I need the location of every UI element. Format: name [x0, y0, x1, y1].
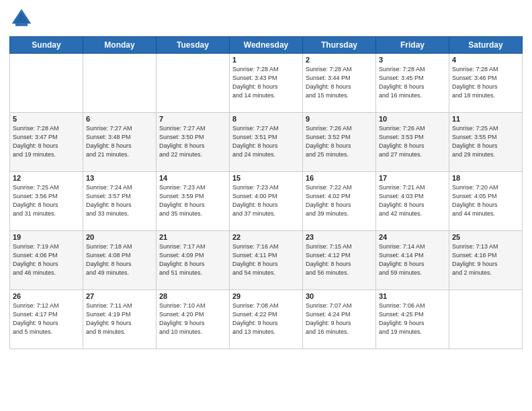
calendar-cell: 4Sunrise: 7:28 AM Sunset: 3:46 PM Daylig…: [449, 54, 523, 113]
calendar-header-friday: Friday: [376, 37, 449, 54]
day-info: Sunrise: 7:25 AM Sunset: 3:56 PM Dayligh…: [13, 183, 80, 218]
day-info: Sunrise: 7:26 AM Sunset: 3:53 PM Dayligh…: [379, 124, 446, 159]
calendar-cell: 1Sunrise: 7:28 AM Sunset: 3:43 PM Daylig…: [230, 54, 303, 113]
calendar-header-sunday: Sunday: [10, 37, 83, 54]
day-number: 7: [159, 115, 226, 123]
day-number: 23: [306, 233, 373, 241]
calendar-cell: 19Sunrise: 7:19 AM Sunset: 4:06 PM Dayli…: [10, 231, 83, 290]
day-number: 3: [379, 56, 446, 64]
day-number: 31: [379, 292, 446, 300]
page: SundayMondayTuesdayWednesdayThursdayFrid…: [0, 0, 532, 411]
day-info: Sunrise: 7:23 AM Sunset: 4:00 PM Dayligh…: [232, 183, 300, 218]
day-info: Sunrise: 7:26 AM Sunset: 3:52 PM Dayligh…: [306, 124, 373, 159]
day-info: Sunrise: 7:25 AM Sunset: 3:55 PM Dayligh…: [452, 124, 519, 159]
calendar-cell: 5Sunrise: 7:28 AM Sunset: 3:47 PM Daylig…: [10, 113, 83, 172]
calendar-week-4: 26Sunrise: 7:12 AM Sunset: 4:17 PM Dayli…: [10, 290, 523, 349]
day-info: Sunrise: 7:28 AM Sunset: 3:45 PM Dayligh…: [379, 65, 446, 100]
calendar-header-monday: Monday: [83, 37, 157, 54]
day-number: 10: [379, 115, 446, 123]
calendar-cell: 9Sunrise: 7:26 AM Sunset: 3:52 PM Daylig…: [303, 113, 376, 172]
day-number: 26: [13, 292, 80, 300]
day-info: Sunrise: 7:14 AM Sunset: 4:14 PM Dayligh…: [379, 242, 446, 277]
day-info: Sunrise: 7:24 AM Sunset: 3:57 PM Dayligh…: [86, 183, 153, 218]
calendar-header-row: SundayMondayTuesdayWednesdayThursdayFrid…: [10, 37, 523, 54]
calendar-cell: 15Sunrise: 7:23 AM Sunset: 4:00 PM Dayli…: [230, 172, 303, 231]
svg-rect-2: [15, 24, 28, 26]
day-info: Sunrise: 7:18 AM Sunset: 4:08 PM Dayligh…: [86, 242, 153, 277]
calendar-cell: 31Sunrise: 7:06 AM Sunset: 4:25 PM Dayli…: [376, 290, 449, 349]
calendar-cell: 27Sunrise: 7:11 AM Sunset: 4:19 PM Dayli…: [83, 290, 157, 349]
day-info: Sunrise: 7:17 AM Sunset: 4:09 PM Dayligh…: [159, 242, 226, 277]
day-number: 16: [306, 174, 373, 182]
day-number: 13: [86, 174, 153, 182]
header: [9, 7, 523, 31]
day-info: Sunrise: 7:23 AM Sunset: 3:59 PM Dayligh…: [159, 183, 226, 218]
calendar-cell: [157, 54, 230, 113]
calendar-cell: 18Sunrise: 7:20 AM Sunset: 4:05 PM Dayli…: [449, 172, 523, 231]
day-info: Sunrise: 7:27 AM Sunset: 3:48 PM Dayligh…: [86, 124, 153, 159]
day-info: Sunrise: 7:10 AM Sunset: 4:20 PM Dayligh…: [159, 302, 226, 336]
day-number: 5: [13, 115, 80, 123]
logo: [9, 7, 36, 31]
calendar-week-0: 1Sunrise: 7:28 AM Sunset: 3:43 PM Daylig…: [10, 54, 523, 113]
day-number: 30: [306, 292, 373, 300]
calendar-header-tuesday: Tuesday: [157, 37, 230, 54]
day-number: 8: [232, 115, 300, 123]
day-number: 15: [232, 174, 300, 182]
day-number: 17: [379, 174, 446, 182]
calendar-cell: 30Sunrise: 7:07 AM Sunset: 4:24 PM Dayli…: [303, 290, 376, 349]
day-info: Sunrise: 7:28 AM Sunset: 3:46 PM Dayligh…: [452, 65, 519, 100]
day-number: 18: [452, 174, 519, 182]
day-info: Sunrise: 7:12 AM Sunset: 4:17 PM Dayligh…: [13, 302, 80, 336]
calendar-cell: 8Sunrise: 7:27 AM Sunset: 3:51 PM Daylig…: [230, 113, 303, 172]
calendar-cell: 25Sunrise: 7:13 AM Sunset: 4:16 PM Dayli…: [449, 231, 523, 290]
calendar-cell: 22Sunrise: 7:16 AM Sunset: 4:11 PM Dayli…: [230, 231, 303, 290]
day-info: Sunrise: 7:07 AM Sunset: 4:24 PM Dayligh…: [306, 302, 373, 336]
calendar-cell: 23Sunrise: 7:15 AM Sunset: 4:12 PM Dayli…: [303, 231, 376, 290]
day-info: Sunrise: 7:15 AM Sunset: 4:12 PM Dayligh…: [306, 242, 373, 277]
calendar-header-wednesday: Wednesday: [230, 37, 303, 54]
day-number: 6: [86, 115, 153, 123]
day-info: Sunrise: 7:28 AM Sunset: 3:47 PM Dayligh…: [13, 124, 80, 159]
day-info: Sunrise: 7:28 AM Sunset: 3:44 PM Dayligh…: [306, 65, 373, 100]
calendar-cell: 6Sunrise: 7:27 AM Sunset: 3:48 PM Daylig…: [83, 113, 157, 172]
logo-icon: [9, 7, 34, 31]
calendar-cell: [449, 290, 523, 349]
calendar-cell: 12Sunrise: 7:25 AM Sunset: 3:56 PM Dayli…: [10, 172, 83, 231]
calendar-cell: 21Sunrise: 7:17 AM Sunset: 4:09 PM Dayli…: [157, 231, 230, 290]
day-number: 20: [86, 233, 153, 241]
day-number: 14: [159, 174, 226, 182]
calendar-cell: 16Sunrise: 7:22 AM Sunset: 4:02 PM Dayli…: [303, 172, 376, 231]
day-number: 1: [232, 56, 300, 64]
calendar-week-3: 19Sunrise: 7:19 AM Sunset: 4:06 PM Dayli…: [10, 231, 523, 290]
day-info: Sunrise: 7:27 AM Sunset: 3:50 PM Dayligh…: [159, 124, 226, 159]
day-number: 29: [232, 292, 300, 300]
day-info: Sunrise: 7:22 AM Sunset: 4:02 PM Dayligh…: [306, 183, 373, 218]
day-number: 24: [379, 233, 446, 241]
day-info: Sunrise: 7:11 AM Sunset: 4:19 PM Dayligh…: [86, 302, 153, 336]
calendar-cell: 14Sunrise: 7:23 AM Sunset: 3:59 PM Dayli…: [157, 172, 230, 231]
day-info: Sunrise: 7:16 AM Sunset: 4:11 PM Dayligh…: [232, 242, 300, 277]
day-info: Sunrise: 7:20 AM Sunset: 4:05 PM Dayligh…: [452, 183, 519, 218]
calendar-cell: 11Sunrise: 7:25 AM Sunset: 3:55 PM Dayli…: [449, 113, 523, 172]
day-info: Sunrise: 7:08 AM Sunset: 4:22 PM Dayligh…: [232, 302, 300, 336]
day-info: Sunrise: 7:27 AM Sunset: 3:51 PM Dayligh…: [232, 124, 300, 159]
calendar-week-2: 12Sunrise: 7:25 AM Sunset: 3:56 PM Dayli…: [10, 172, 523, 231]
day-info: Sunrise: 7:19 AM Sunset: 4:06 PM Dayligh…: [13, 242, 80, 277]
calendar-cell: 7Sunrise: 7:27 AM Sunset: 3:50 PM Daylig…: [157, 113, 230, 172]
day-number: 21: [159, 233, 226, 241]
day-info: Sunrise: 7:21 AM Sunset: 4:03 PM Dayligh…: [379, 183, 446, 218]
calendar-cell: 17Sunrise: 7:21 AM Sunset: 4:03 PM Dayli…: [376, 172, 449, 231]
day-info: Sunrise: 7:06 AM Sunset: 4:25 PM Dayligh…: [379, 302, 446, 336]
day-number: 25: [452, 233, 519, 241]
calendar-week-1: 5Sunrise: 7:28 AM Sunset: 3:47 PM Daylig…: [10, 113, 523, 172]
calendar-cell: 2Sunrise: 7:28 AM Sunset: 3:44 PM Daylig…: [303, 54, 376, 113]
calendar-cell: [83, 54, 157, 113]
calendar-cell: 13Sunrise: 7:24 AM Sunset: 3:57 PM Dayli…: [83, 172, 157, 231]
calendar-header-saturday: Saturday: [449, 37, 523, 54]
day-number: 27: [86, 292, 153, 300]
calendar-header-thursday: Thursday: [303, 37, 376, 54]
day-number: 12: [13, 174, 80, 182]
calendar-cell: 29Sunrise: 7:08 AM Sunset: 4:22 PM Dayli…: [230, 290, 303, 349]
calendar-cell: 10Sunrise: 7:26 AM Sunset: 3:53 PM Dayli…: [376, 113, 449, 172]
